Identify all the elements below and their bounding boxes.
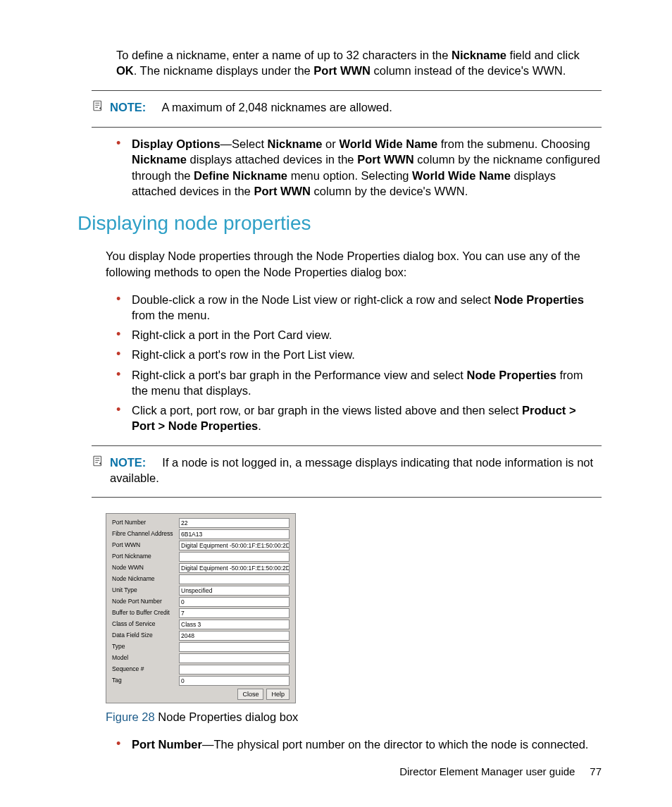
dialog-field[interactable]: 2048: [179, 631, 290, 641]
text: column by the device's WWN.: [311, 185, 468, 197]
footer-title: Director Element Manager user guide: [399, 765, 575, 777]
text: menu option. Selecting: [287, 169, 412, 182]
method-item: Right-click a port's bar graph in the Pe…: [116, 367, 602, 399]
dialog-row: Node WWNDigital Equipment -50:00:1F:E1:5…: [112, 563, 290, 573]
bold-nickname: Nickname: [132, 153, 187, 166]
dialog-row: Class of ServiceClass 3: [112, 620, 290, 629]
dialog-field[interactable]: [179, 665, 290, 674]
bold-portwwn: Port WWN: [357, 153, 414, 166]
dialog-row: Node Nickname: [112, 574, 290, 584]
intro-bold-portwwn: Port WWN: [313, 64, 371, 77]
text: or: [323, 137, 340, 150]
note-icon: [92, 455, 106, 472]
note-label: NOTE:: [110, 456, 146, 469]
intro-text: To define a nickname, enter a name of up…: [116, 49, 452, 61]
bold-wwn: World Wide Name: [339, 137, 437, 150]
intro-bold-nickname: Nickname: [452, 49, 506, 61]
intro-text: . The nickname displays under the: [134, 64, 314, 77]
dialog-label: Port Number: [112, 519, 179, 526]
text: displays attached devices in the: [187, 153, 357, 166]
close-button[interactable]: Close: [237, 689, 263, 700]
dialog-field[interactable]: Digital Equipment -50:00:1F:E1:50:00:2D:…: [179, 563, 290, 573]
dialog-field[interactable]: 7: [179, 608, 290, 618]
text: from the submenu. Choosing: [437, 137, 590, 150]
dialog-field[interactable]: [179, 574, 290, 584]
text: .: [258, 419, 261, 432]
dialog-field[interactable]: 6B1A13: [179, 529, 290, 539]
dialog-label: Model: [112, 654, 179, 662]
dialog-label: Node Nickname: [112, 575, 179, 583]
help-button[interactable]: Help: [266, 689, 290, 700]
dialog-row: Port Nickname: [112, 552, 290, 562]
section-heading: Displaying node properties: [77, 210, 602, 237]
dialog-field[interactable]: 22: [179, 518, 290, 528]
dialog-row: Data Field Size2048: [112, 631, 290, 641]
bold-node-properties: Node Properties: [494, 293, 583, 306]
text: Right-click a port's bar graph in the Pe…: [132, 369, 466, 381]
dash: —: [202, 738, 214, 751]
dialog-field[interactable]: [179, 653, 290, 663]
dialog-label: Tag: [112, 677, 179, 684]
text: The physical port number on the director…: [213, 738, 588, 751]
dialog-label: Node WWN: [112, 564, 179, 572]
page-footer: Director Element Manager user guide 77: [399, 765, 602, 779]
divider: [92, 90, 602, 91]
note-text: A maximum of 2,048 nicknames are allowed…: [161, 101, 392, 113]
intro-text: field and click: [506, 49, 580, 61]
dialog-field[interactable]: [179, 552, 290, 562]
dialog-row: Node Port Number0: [112, 597, 290, 607]
method-item: Click a port, port row, or bar graph in …: [116, 402, 602, 434]
dialog-row: Fibre Channel Address6B1A13: [112, 529, 290, 539]
dialog-label: Node Port Number: [112, 598, 179, 605]
dialog-field[interactable]: 0: [179, 597, 290, 607]
dialog-row: Type: [112, 642, 290, 652]
figure-text: Node Properties dialog box: [155, 710, 299, 723]
note-block: NOTE: If a node is not logged in, a mess…: [92, 455, 602, 486]
bullet-port-number: Port Number—The physical port number on …: [116, 737, 602, 752]
bold-portwwn: Port WWN: [254, 185, 311, 197]
dialog-label: Type: [112, 643, 179, 651]
dialog-label: Port WWN: [112, 541, 179, 549]
node-properties-dialog: Port Number22 Fibre Channel Address6B1A1…: [106, 513, 296, 703]
bold-wwn: World Wide Name: [412, 169, 511, 182]
method-item: Right-click a port's row in the Port Lis…: [116, 347, 602, 362]
text: Click a port, port row, or bar graph in …: [132, 404, 522, 417]
svg-rect-0: [94, 101, 101, 111]
dialog-label: Data Field Size: [112, 632, 179, 639]
dialog-field[interactable]: Unspecified: [179, 586, 290, 596]
bullet-display-options: Display Options—Select Nickname or World…: [116, 136, 602, 199]
bold-nickname: Nickname: [268, 137, 323, 150]
dialog-label: Port Nickname: [112, 553, 179, 560]
dialog-label: Fibre Channel Address: [112, 530, 179, 538]
display-options-label: Display Options: [132, 137, 220, 150]
dialog-row: Unit TypeUnspecified: [112, 586, 290, 596]
dialog-row: Tag0: [112, 676, 290, 686]
note-block: NOTE: A maximum of 2,048 nicknames are a…: [92, 99, 602, 116]
method-item: Right-click a port in the Port Card view…: [116, 327, 602, 343]
intro-paragraph: To define a nickname, enter a name of up…: [116, 47, 602, 79]
dialog-label: Buffer to Buffer Credit: [112, 609, 179, 617]
dialog-field[interactable]: Digital Equipment -50:00:1F:E1:50:00:2D:…: [179, 541, 290, 550]
dialog-row: Sequence #: [112, 665, 290, 674]
dialog-field[interactable]: 0: [179, 676, 290, 686]
dialog-row: Port WWNDigital Equipment -50:00:1F:E1:5…: [112, 541, 290, 550]
dialog-label: Unit Type: [112, 586, 179, 594]
footer-page: 77: [590, 765, 602, 777]
svg-rect-1: [94, 456, 101, 466]
dialog-field[interactable]: [179, 642, 290, 652]
note-label: NOTE:: [110, 101, 146, 113]
text: Double-click a row in the Node List view…: [132, 293, 494, 306]
dialog-row: Model: [112, 653, 290, 663]
method-item: Double-click a row in the Node List view…: [116, 292, 602, 324]
bold-define-nickname: Define Nickname: [194, 169, 287, 182]
heading-paragraph: You display Node properties through the …: [106, 248, 602, 280]
figure-caption: Figure 28 Node Properties dialog box: [106, 709, 602, 725]
divider: [92, 445, 602, 446]
note-text: If a node is not logged in, a message di…: [110, 456, 593, 484]
dash: —: [220, 137, 232, 150]
dialog-field[interactable]: Class 3: [179, 620, 290, 629]
text: from the menu.: [132, 309, 210, 321]
intro-bold-ok: OK: [116, 64, 134, 77]
bold-node-properties: Node Properties: [466, 369, 556, 381]
divider: [92, 497, 602, 498]
